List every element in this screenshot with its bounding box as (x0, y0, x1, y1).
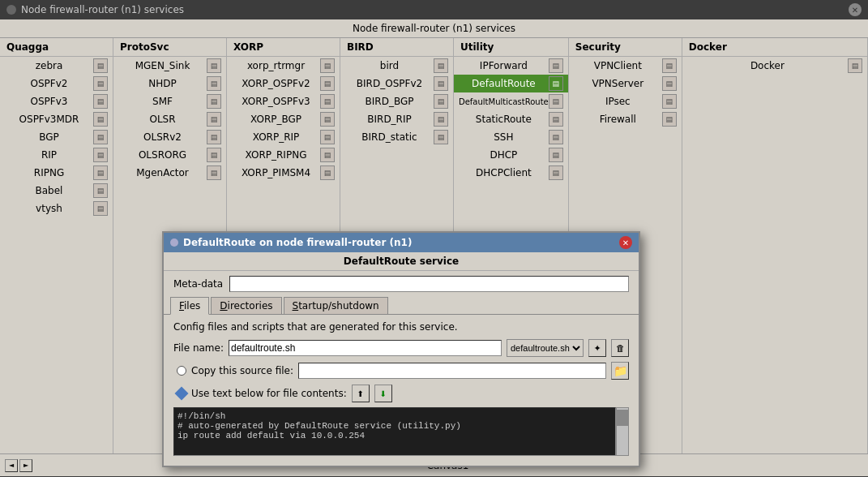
app-title-bar: Node firewall-router (n1) services (0, 19, 868, 38)
window-title: Node firewall-router (n1) services (21, 4, 184, 15)
service-icon: ▤ (549, 130, 563, 144)
modal-title-bar: DefaultRoute on node firewall-router (n1… (164, 233, 639, 252)
modal-dot (170, 238, 178, 247)
load-file-button[interactable]: ⬆ (352, 385, 370, 402)
use-text-label: Use text below for file contents: (191, 388, 347, 399)
list-item[interactable]: IPForward▤ (454, 57, 568, 75)
list-item[interactable]: OSPFv3▤ (0, 92, 113, 110)
list-item[interactable]: OLSR▤ (113, 110, 226, 128)
scroll-right-button[interactable]: ► (19, 459, 32, 472)
use-text-radio[interactable] (175, 387, 189, 401)
list-item[interactable]: VPNServer▤ (569, 75, 682, 92)
tab-startup-shutdown[interactable]: Startup/shutdown (284, 297, 388, 314)
list-item[interactable]: StaticRoute▤ (454, 110, 568, 128)
metadata-row: Meta-data (164, 271, 639, 297)
service-icon: ▤ (434, 94, 448, 109)
new-file-button[interactable]: ✦ (588, 339, 606, 357)
list-item[interactable]: IPsec▤ (569, 92, 682, 110)
service-icon: ▤ (320, 130, 335, 144)
list-item[interactable]: bird▤ (340, 57, 453, 75)
list-item[interactable]: MgenActor▤ (113, 164, 226, 182)
browse-button[interactable]: 📁 (611, 362, 629, 380)
tab-files[interactable]: Files (170, 297, 209, 315)
list-item[interactable]: OSPFv3MDR▤ (0, 110, 113, 128)
service-icon: ▤ (662, 58, 677, 73)
list-item[interactable]: XORP_RIPNG▤ (227, 146, 340, 164)
list-item[interactable]: RIPNG▤ (0, 164, 113, 182)
service-icon: ▤ (549, 58, 563, 73)
list-item[interactable]: DHCPClient▤ (454, 164, 568, 182)
list-item[interactable]: OSPFv2▤ (0, 75, 113, 92)
service-icon: ▤ (207, 94, 221, 109)
list-item[interactable]: SMF▤ (113, 92, 226, 110)
service-icon: ▤ (549, 94, 563, 109)
file-name-input[interactable] (229, 340, 502, 356)
service-icon: ▤ (662, 94, 677, 109)
column-header-utility: Utility (454, 38, 568, 57)
meta-input[interactable] (229, 276, 629, 292)
code-editor[interactable]: #!/bin/sh # auto-generated by DefaultRou… (173, 407, 616, 456)
service-icon: ▤ (549, 76, 563, 91)
tabs-row: Files Directories Startup/shutdown (164, 297, 639, 315)
tab-description: Config files and scripts that are genera… (173, 321, 629, 333)
list-item[interactable]: vtysh▤ (0, 200, 113, 217)
column-header-security: Security (569, 38, 682, 57)
service-icon: ▤ (207, 148, 221, 162)
service-icon: ▤ (93, 58, 108, 73)
copy-radio[interactable] (177, 366, 186, 376)
list-item[interactable]: OLSRv2▤ (113, 128, 226, 146)
list-item-selected[interactable]: DefaultRoute▤ (454, 75, 568, 92)
meta-label: Meta-data (173, 278, 223, 290)
list-item[interactable]: BGP▤ (0, 128, 113, 146)
code-scrollbar[interactable] (616, 407, 629, 456)
save-file-button[interactable]: ⬇ (374, 385, 392, 402)
close-button[interactable]: ✕ (849, 3, 862, 16)
list-item[interactable]: Firewall▤ (569, 110, 682, 128)
list-item[interactable]: XORP_OSPFv3▤ (227, 92, 340, 110)
list-item[interactable]: OLSRORG▤ (113, 146, 226, 164)
list-item[interactable]: Docker▤ (682, 57, 867, 75)
list-item[interactable]: XORP_OSPFv2▤ (227, 75, 340, 92)
delete-file-button[interactable]: 🗑 (611, 339, 629, 357)
service-icon: ▤ (662, 76, 677, 91)
list-item[interactable]: RIP▤ (0, 146, 113, 164)
code-area-container: #!/bin/sh # auto-generated by DefaultRou… (173, 407, 629, 456)
list-item[interactable]: BIRD_RIP▤ (340, 110, 453, 128)
copy-source-row: Copy this source file: 📁 (173, 362, 629, 380)
list-item[interactable]: BIRD_BGP▤ (340, 92, 453, 110)
list-item[interactable]: NHDP▤ (113, 75, 226, 92)
service-icon: ▤ (207, 130, 221, 144)
list-item[interactable]: DHCP▤ (454, 146, 568, 164)
modal-window: DefaultRoute on node firewall-router (n1… (162, 231, 640, 467)
service-icon: ▤ (93, 94, 108, 109)
list-item[interactable]: BIRD_static▤ (340, 128, 453, 146)
list-item[interactable]: XORP_RIP▤ (227, 128, 340, 146)
file-name-dropdown[interactable]: defaultroute.sh (507, 339, 584, 357)
list-item[interactable]: XORP_PIMSM4▤ (227, 164, 340, 182)
service-icon: ▤ (207, 58, 221, 73)
column-header-xorp: XORP (227, 38, 340, 57)
modal-close-button[interactable]: ✕ (619, 236, 632, 249)
service-icon: ▤ (434, 112, 448, 127)
list-item[interactable]: XORP_BGP▤ (227, 110, 340, 128)
list-item[interactable]: MGEN_Sink▤ (113, 57, 226, 75)
list-item[interactable]: DefaultMulticastRoute▤ (454, 92, 568, 110)
service-icon: ▤ (549, 112, 563, 127)
list-item[interactable]: VPNClient▤ (569, 57, 682, 75)
copy-source-input[interactable] (298, 363, 606, 379)
service-icon: ▤ (320, 112, 335, 127)
list-item[interactable]: Babel▤ (0, 182, 113, 200)
service-icon: ▤ (93, 76, 108, 91)
service-icon: ▤ (320, 148, 335, 162)
list-item[interactable]: xorp_rtrmgr▤ (227, 57, 340, 75)
list-item[interactable]: zebra▤ (0, 57, 113, 75)
service-icon: ▤ (93, 183, 108, 198)
scroll-left-button[interactable]: ◄ (5, 459, 18, 472)
list-item[interactable]: BIRD_OSPFv2▤ (340, 75, 453, 92)
service-icon: ▤ (848, 58, 862, 73)
tab-directories[interactable]: Directories (211, 297, 281, 314)
scrollbar-thumb (617, 410, 628, 426)
modal-title: DefaultRoute on node firewall-router (n1… (183, 237, 412, 248)
list-item[interactable]: SSH▤ (454, 128, 568, 146)
file-name-label: File name: (173, 342, 224, 354)
